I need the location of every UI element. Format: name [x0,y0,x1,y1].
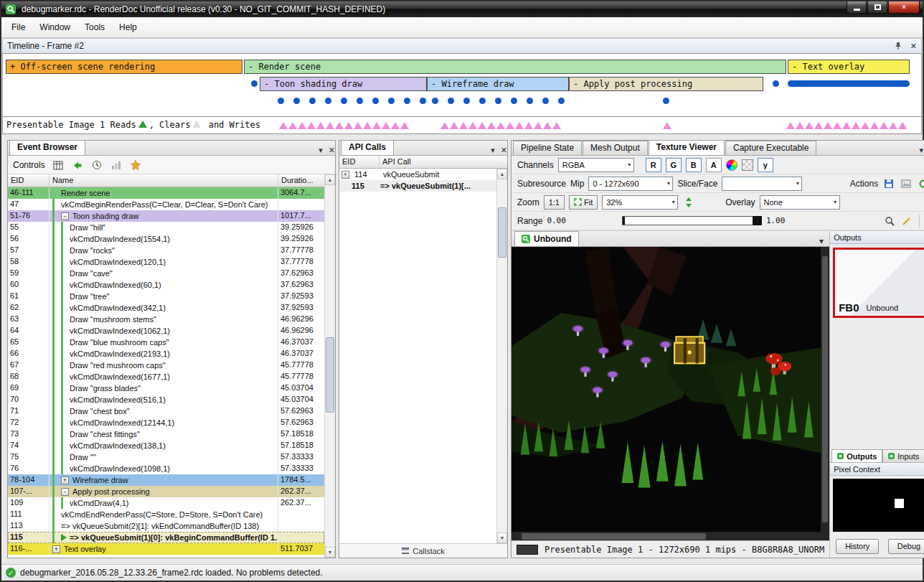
write-triangle-icon[interactable] [478,122,486,129]
close-icon[interactable]: ✕ [329,146,335,155]
range-max-value[interactable]: 1.00 [766,216,786,225]
pixel-context-view[interactable] [833,479,924,532]
write-triangle-icon[interactable] [663,122,671,129]
column-eid[interactable]: EID [339,156,380,168]
write-triangle-icon[interactable] [487,122,496,129]
event-row[interactable]: 61Draw "tree"37.92593 [8,291,324,302]
texture-horizontal-scrollbar[interactable] [512,532,829,540]
write-triangle-icon[interactable] [552,122,561,129]
scroll-up-icon[interactable]: ▲ [325,174,335,185]
write-triangle-icon[interactable] [450,122,458,129]
tab-api-calls[interactable]: API Calls [341,140,394,155]
slice-face-dropdown[interactable]: ▼ [722,177,802,191]
write-triangle-icon[interactable] [279,122,288,129]
write-triangle-icon[interactable] [898,122,907,129]
column-eid[interactable]: EID [8,174,50,187]
write-triangle-icon[interactable] [372,122,381,129]
fit-button[interactable]: Fit [569,195,598,210]
event-dot[interactable] [341,98,347,104]
event-dot[interactable] [388,98,395,104]
write-triangle-icon[interactable] [391,122,400,129]
texture-vertical-scrollbar[interactable] [821,247,829,532]
event-row[interactable]: 69Draw "grass blades"45.03704 [8,382,324,394]
event-row[interactable]: 62vkCmdDrawIndexed(342,1)37.92593 [8,302,324,314]
event-dot[interactable] [511,98,517,104]
event-row[interactable]: 59Draw "cave"37.62963 [8,268,324,279]
event-row[interactable]: 116-...+Text overlay511.7037 [8,543,324,555]
event-browser-scrollbar[interactable]: ▲ ▼ [324,174,335,558]
counters-star-icon[interactable] [129,159,142,172]
event-row[interactable]: 58vkCmdDrawIndexed(120,1)37.77778 [8,256,324,268]
expander-icon[interactable]: + [341,171,349,179]
event-row[interactable]: 75Draw ""57.33333 [8,451,324,463]
timeline-track[interactable]: + Off-screen scene rendering - Render sc… [2,53,922,117]
event-row[interactable]: 111vkCmdEndRenderPass(C=Store, D=Store, … [8,509,324,520]
menu-window[interactable]: Window [32,19,77,36]
event-dot[interactable] [372,98,379,104]
write-triangle-icon[interactable] [326,122,334,129]
chevron-down-icon[interactable]: ▾ [491,146,495,155]
event-dot[interactable] [558,98,565,104]
mip-dropdown[interactable]: 0 - 1272x690▼ [588,177,673,191]
event-row[interactable]: 56vkCmdDrawIndexed(1554,1)39.25926 [8,233,324,245]
range-slider[interactable] [622,216,762,225]
event-dot[interactable] [278,98,284,104]
event-row[interactable]: 67Draw "red mushroom caps"45.77778 [8,360,324,371]
menu-help[interactable]: Help [112,19,144,36]
expander-icon[interactable]: - [61,488,69,496]
debug-button[interactable]: Debug [888,539,924,554]
write-triangle-icon[interactable] [534,122,542,129]
minimize-button[interactable] [847,1,867,14]
write-triangle-icon[interactable] [842,122,851,129]
event-row[interactable]: 65Draw "blue mushroom caps"46.37037 [8,337,324,348]
event-row[interactable]: 71Draw "chest box"57.62963 [8,405,324,417]
range-min-value[interactable]: 0.00 [547,216,566,225]
overlay-dropdown[interactable]: None▼ [760,195,840,210]
scroll-up-icon[interactable]: ▲ [497,169,507,179]
column-api-call[interactable]: API Call [380,156,507,168]
event-dot[interactable] [495,98,501,104]
write-triangle-icon[interactable] [344,122,353,129]
write-triangle-icon[interactable] [889,122,897,129]
write-triangle-icon[interactable] [543,122,552,129]
expander-icon[interactable]: + [61,477,69,484]
api-calls-column-header[interactable]: EID API Call [339,156,507,169]
event-row[interactable]: 60vkCmdDrawIndexed(60,1)37.62963 [8,279,324,291]
channels-dropdown[interactable]: RGBA▼ [558,158,634,172]
scrollbar-thumb[interactable] [522,533,706,540]
callstack-bar[interactable]: Callstack [339,543,507,558]
column-duration[interactable]: Duratio... [278,174,324,187]
write-triangle-icon[interactable] [298,122,306,129]
write-triangle-icon[interactable] [824,122,832,129]
timeline-event-bar[interactable] [788,80,910,87]
event-dot[interactable] [251,80,258,87]
timeline-block-post-processing[interactable]: - Apply post processing [569,77,763,91]
statistics-chart-icon[interactable] [110,159,123,172]
channel-a-button[interactable]: A [706,158,722,172]
event-row[interactable]: 73Draw "chest fittings"57.18518 [8,428,324,440]
event-row[interactable]: 51-76-Toon shading draw1017.7... [8,210,324,222]
event-dot[interactable] [293,98,300,104]
menu-tools[interactable]: Tools [77,19,112,36]
write-triangle-icon[interactable] [496,122,505,129]
scroll-down-icon[interactable]: ▼ [325,547,335,558]
write-triangle-icon[interactable] [833,122,842,129]
write-triangle-icon[interactable] [459,122,468,129]
tab-outputs[interactable]: Outputs [831,449,882,462]
history-button[interactable]: History [836,539,879,554]
write-triangle-icon[interactable] [382,122,390,129]
column-name[interactable]: Name [50,174,278,187]
event-row[interactable]: 113=> vkQueueSubmit(2)[1]: vkEndCommandB… [8,520,324,532]
event-row[interactable]: 70vkCmdDrawIndexed(516,1)45.03704 [8,394,324,405]
api-calls-scrollbar[interactable]: ▲ ▼ [496,169,507,543]
event-row[interactable]: 47vkCmdBeginRenderPass(C=Clear, D=Clear,… [8,199,324,210]
event-browser-column-header[interactable]: EID Name Duratio... [8,174,324,187]
expander-icon[interactable]: - [61,212,69,220]
tab-pipeline-state[interactable]: Pipeline State [513,141,582,155]
event-row[interactable]: 115=> vkQueueSubmit(1)[0]: vkBeginComman… [8,532,324,543]
event-row[interactable]: 55Draw "hill"39.25926 [8,222,324,233]
api-call-row[interactable]: 115=> vkQueueSubmit(1)[... [339,180,496,192]
refresh-icon[interactable] [917,177,924,190]
event-dot[interactable] [432,98,438,104]
close-icon[interactable]: ✕ [910,42,917,51]
